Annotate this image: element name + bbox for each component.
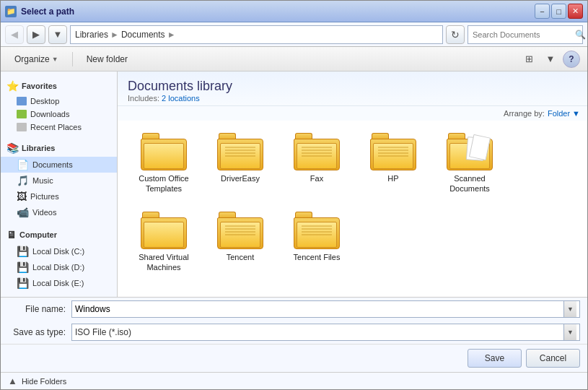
maximize-button[interactable]: □ [551, 4, 566, 19]
content-header: Documents library Includes: 2 locations [118, 72, 587, 106]
list-item[interactable]: Tencent Files [281, 207, 353, 278]
main-area: ⭐ Favorites Desktop Downloads Recent Pla… [1, 72, 587, 297]
list-item[interactable]: DriverEasy [204, 128, 276, 199]
downloads-icon [17, 110, 27, 118]
sidebar-item-documents[interactable]: 📄 Documents [1, 157, 117, 173]
folder-icon [370, 133, 416, 170]
new-folder-button[interactable]: New folder [80, 51, 134, 67]
hide-folders-icon: ▲ [8, 376, 17, 386]
disk-e-icon: 💾 [17, 277, 29, 289]
toolbar-right: ⊞ ▼ ? [519, 51, 580, 68]
filetype-value: ISO File (*.iso) [75, 327, 563, 337]
favorites-icon: ⭐ [6, 80, 19, 92]
recent-places-icon [17, 123, 27, 131]
libraries-header[interactable]: 📚 Libraries [1, 139, 117, 157]
refresh-button[interactable]: ↻ [446, 25, 465, 44]
filetype-select[interactable]: ISO File (*.iso) ▼ [71, 324, 580, 341]
view-list-button[interactable]: ⊞ [519, 51, 538, 68]
toolbar-separator [72, 52, 73, 66]
sidebar-item-recent-places[interactable]: Recent Places [1, 121, 117, 134]
cancel-button[interactable]: Cancel [526, 349, 580, 368]
breadcrumb-part1[interactable]: Libraries [75, 30, 108, 40]
favorites-header[interactable]: ⭐ Favorites [1, 77, 117, 95]
folder-label: Tencent Files [294, 252, 341, 262]
forward-button[interactable]: ▶ [27, 25, 45, 44]
folder-label: Tencent [227, 252, 255, 262]
filetype-label: Save as type: [8, 327, 66, 337]
list-item[interactable]: Tencent [204, 207, 276, 278]
folder-label: Shared Virtual Machines [131, 252, 196, 273]
filetype-dropdown-button[interactable]: ▼ [563, 324, 576, 340]
sidebar-item-local-c[interactable]: 💾 Local Disk (C:) [1, 243, 117, 259]
documents-icon: 📄 [17, 159, 29, 170]
libraries-icon: 📚 [6, 142, 19, 154]
computer-icon: 🖥 [6, 229, 17, 240]
filename-dropdown-button[interactable]: ▼ [563, 301, 576, 317]
list-item[interactable]: Custom Office Templates [128, 128, 200, 199]
desktop-icon [17, 97, 27, 105]
folder-icon [294, 212, 340, 249]
back-button[interactable]: ◀ [5, 25, 24, 44]
content-area: Documents library Includes: 2 locations … [118, 72, 587, 297]
folder-icon [141, 133, 187, 170]
action-buttons: Save Cancel [1, 344, 587, 372]
folder-label: Fax [310, 173, 323, 183]
minimize-button[interactable]: − [535, 4, 550, 19]
dropdown-button[interactable]: ▼ [48, 25, 67, 44]
close-button[interactable]: ✕ [568, 4, 583, 19]
videos-icon: 📹 [17, 207, 29, 218]
arrange-chevron-icon: ▼ [572, 109, 580, 118]
computer-header[interactable]: 🖥 Computer [1, 226, 117, 243]
sidebar-item-music[interactable]: 🎵 Music [1, 173, 117, 188]
arrange-button[interactable]: Folder ▼ [548, 109, 580, 118]
arrange-bar: Arrange by: Folder ▼ [118, 106, 587, 121]
organize-button[interactable]: Organize ▼ [8, 51, 65, 67]
library-title: Documents library [128, 79, 577, 94]
hide-folders-label: Hide Folders [22, 377, 66, 386]
list-item[interactable]: Fax [281, 128, 353, 199]
list-item[interactable]: Scanned Documents [434, 128, 506, 199]
breadcrumb-part2[interactable]: Documents [121, 30, 165, 40]
sidebar-item-pictures[interactable]: 🖼 Pictures [1, 188, 117, 204]
music-icon: 🎵 [17, 175, 29, 186]
list-item[interactable]: Shared Virtual Machines [128, 207, 200, 278]
filetype-row: Save as type: ISO File (*.iso) ▼ [1, 321, 587, 344]
pictures-icon: 🖼 [17, 191, 27, 202]
filename-combo: ▼ [71, 300, 580, 318]
hide-folders-bar[interactable]: ▲ Hide Folders [1, 372, 587, 389]
sidebar-item-downloads[interactable]: Downloads [1, 108, 117, 121]
sidebar-item-local-d[interactable]: 💾 Local Disk (D:) [1, 259, 117, 275]
help-button[interactable]: ? [563, 51, 580, 68]
arrange-label: Arrange by: [504, 109, 545, 118]
organize-chevron-icon: ▼ [52, 56, 58, 63]
locations-link[interactable]: 2 locations [162, 94, 200, 103]
folder-icon [217, 133, 263, 170]
folder-icon [141, 212, 187, 249]
sidebar-item-local-e[interactable]: 💾 Local Disk (E:) [1, 275, 117, 291]
library-subtitle: Includes: 2 locations [128, 94, 577, 103]
disk-d-icon: 💾 [17, 261, 29, 273]
list-item[interactable]: HP [357, 128, 429, 199]
sidebar-item-desktop[interactable]: Desktop [1, 95, 117, 108]
title-bar-buttons: − □ ✕ [535, 4, 583, 19]
folder-label: DriverEasy [221, 173, 260, 183]
filename-input[interactable] [75, 304, 563, 314]
folder-label: HP [387, 173, 398, 183]
view-details-button[interactable]: ▼ [541, 51, 560, 68]
search-box: 🔍 [468, 25, 583, 44]
filename-row: File name: ▼ [1, 298, 587, 321]
disk-c-icon: 💾 [17, 246, 29, 257]
files-grid: Custom Office Templates DriverEasy Fax H… [118, 121, 587, 297]
window-icon: 📁 [5, 6, 17, 17]
toolbar: Organize ▼ New folder ⊞ ▼ ? [1, 47, 587, 72]
address-bar: ◀ ▶ ▼ Libraries ► Documents ► ↻ 🔍 [1, 22, 587, 47]
search-icon[interactable]: 🔍 [575, 30, 586, 40]
breadcrumb-sep1: ► [110, 30, 119, 40]
filename-label: File name: [8, 304, 66, 314]
folder-icon [447, 133, 493, 170]
search-input[interactable] [473, 30, 572, 39]
title-bar: 📁 Select a path − □ ✕ [1, 1, 587, 22]
sidebar-item-videos[interactable]: 📹 Videos [1, 204, 117, 220]
save-button[interactable]: Save [468, 349, 522, 368]
folder-icon [217, 212, 263, 249]
